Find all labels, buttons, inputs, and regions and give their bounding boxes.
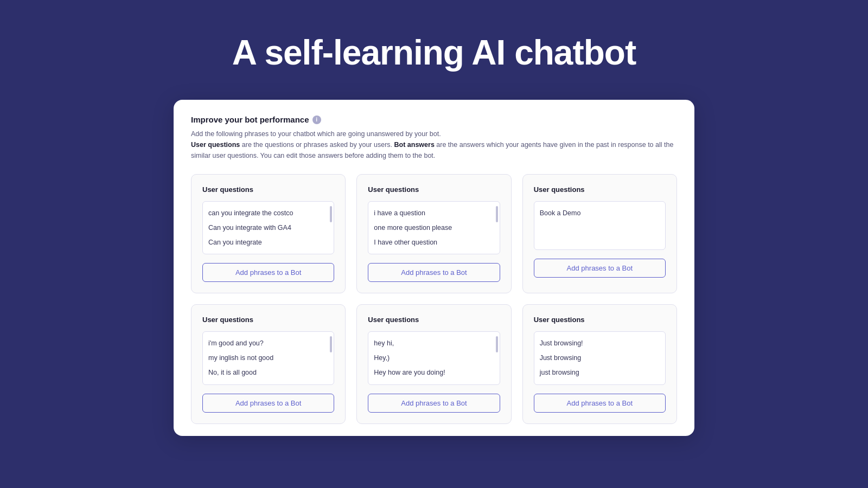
phrase-item: I have other question bbox=[374, 235, 494, 250]
add-phrases-button[interactable]: Add phrases to a Bot bbox=[534, 259, 666, 278]
panel-description: Add the following phrases to your chatbo… bbox=[191, 129, 677, 161]
add-phrases-button[interactable]: Add phrases to a Bot bbox=[368, 394, 500, 413]
phrase-item: one more question please bbox=[374, 221, 494, 235]
scrollbar-indicator bbox=[330, 336, 332, 352]
scrollbar-indicator bbox=[330, 206, 332, 222]
card-card-3: User questionsBook a DemoAdd phrases to … bbox=[522, 174, 677, 293]
phrase-item: Hey,) bbox=[374, 351, 494, 365]
card-card-5: User questionshey hi,Hey,)Hey how are yo… bbox=[356, 304, 511, 423]
card-card-1: User questionscan you integrate the cost… bbox=[191, 174, 346, 293]
phrases-box: i have a questionone more question pleas… bbox=[368, 201, 500, 254]
phrase-item: my inglish is not good bbox=[208, 351, 328, 365]
desc-bold2: Bot answers bbox=[394, 141, 435, 149]
scrollbar-indicator bbox=[496, 206, 498, 222]
add-phrases-button[interactable]: Add phrases to a Bot bbox=[202, 263, 334, 282]
panel-title: Improve your bot performance i bbox=[191, 115, 677, 124]
phrase-item: can you integrate the costco bbox=[208, 206, 328, 221]
add-phrases-button[interactable]: Add phrases to a Bot bbox=[368, 263, 500, 282]
phrase-item: i'm good and you? bbox=[208, 336, 328, 351]
page-title: A self-learning AI chatbot bbox=[232, 33, 636, 73]
phrase-item: Hey how are you doing! bbox=[374, 365, 494, 380]
card-card-6: User questionsJust browsing!Just browsin… bbox=[522, 304, 677, 423]
phrases-box: Book a Demo bbox=[534, 201, 666, 250]
card-label: User questions bbox=[202, 185, 334, 194]
desc-bold1: User questions bbox=[191, 141, 240, 149]
card-card-2: User questionsi have a questionone more … bbox=[356, 174, 511, 293]
card-label: User questions bbox=[368, 185, 500, 194]
phrase-item: Just browsing! bbox=[540, 336, 660, 351]
phrases-box: can you integrate the costcoCan you inte… bbox=[202, 201, 334, 254]
panel-title-text: Improve your bot performance bbox=[191, 115, 309, 124]
card-label: User questions bbox=[202, 316, 334, 324]
phrases-box: hey hi,Hey,)Hey how are you doing! bbox=[368, 331, 500, 384]
add-phrases-button[interactable]: Add phrases to a Bot bbox=[534, 394, 666, 413]
desc-line1: Add the following phrases to your chatbo… bbox=[191, 130, 441, 138]
info-icon[interactable]: i bbox=[312, 115, 321, 124]
cards-grid-row2: User questionsi'm good and you?my inglis… bbox=[191, 304, 677, 423]
phrase-item: Can you integrate bbox=[208, 235, 328, 250]
phrase-item: just browsing bbox=[540, 365, 660, 380]
add-phrases-button[interactable]: Add phrases to a Bot bbox=[202, 394, 334, 413]
cards-grid-row1: User questionscan you integrate the cost… bbox=[191, 174, 677, 293]
card-label: User questions bbox=[534, 185, 666, 194]
card-label: User questions bbox=[534, 316, 666, 324]
card-card-4: User questionsi'm good and you?my inglis… bbox=[191, 304, 346, 423]
phrase-item: Book a Demo bbox=[540, 206, 660, 221]
phrase-item: Can you integrate with GA4 bbox=[208, 221, 328, 235]
phrases-box: i'm good and you?my inglish is not goodN… bbox=[202, 331, 334, 384]
scrollbar-indicator bbox=[496, 336, 498, 352]
phrase-item: i have a question bbox=[374, 206, 494, 221]
phrase-item: Just browsing bbox=[540, 351, 660, 365]
phrase-item: hey hi, bbox=[374, 336, 494, 351]
phrases-box: Just browsing!Just browsingjust browsing bbox=[534, 331, 666, 384]
main-panel: Improve your bot performance i Add the f… bbox=[174, 100, 694, 436]
desc-mid1: are the questions or phrases asked by yo… bbox=[240, 141, 394, 149]
phrase-item: No, it is all good bbox=[208, 365, 328, 380]
card-label: User questions bbox=[368, 316, 500, 324]
